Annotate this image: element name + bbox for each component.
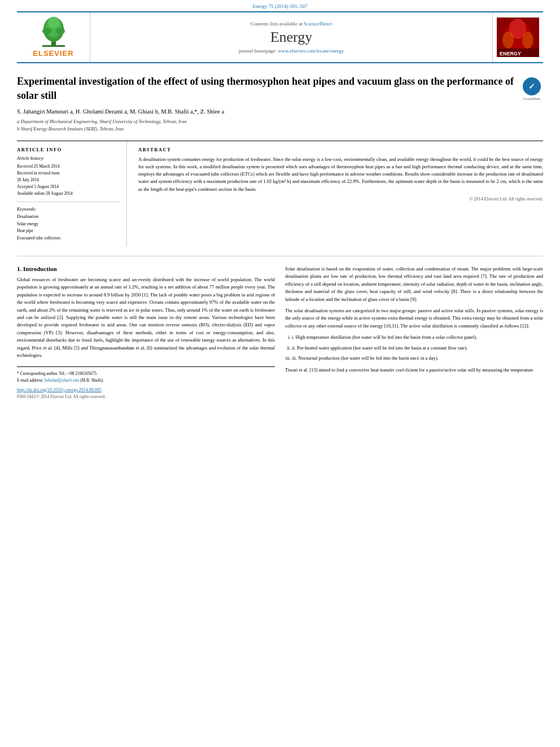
svg-point-12 bbox=[522, 32, 533, 49]
journal-cover: ENERGY bbox=[492, 12, 543, 62]
section-divider bbox=[17, 256, 543, 256]
svg-point-4 bbox=[42, 28, 51, 34]
doi-link[interactable]: http://dx.doi.org/10.1016/j.energy.2014.… bbox=[17, 387, 275, 392]
energy-cover-image: ENERGY bbox=[497, 18, 539, 57]
active-solar-list: i. High temperature distillation (hot wa… bbox=[292, 334, 543, 362]
article-history: Article history: Received 25 March 2014 … bbox=[17, 156, 120, 202]
crossmark-icon: ✓ bbox=[523, 77, 541, 95]
email-person: (M.B. Shafii). bbox=[80, 378, 104, 383]
journal-homepage: journal homepage: www.elsevier.com/locat… bbox=[239, 48, 344, 54]
body-left-col: 1. Introduction Global resources of fres… bbox=[17, 265, 275, 399]
email-label: E-mail address: bbox=[17, 378, 43, 383]
journal-center: Contents lists available at ScienceDirec… bbox=[90, 12, 492, 62]
keyword-solar: Solar energy bbox=[17, 221, 120, 228]
article-info-heading: ARTICLE INFO bbox=[17, 147, 120, 152]
email-link[interactable]: behshad@sharif.edu bbox=[45, 378, 79, 383]
copyright-line: © 2014 Elsevier Ltd. All rights reserved… bbox=[138, 196, 543, 202]
authors-line: S. Jahangiri Mamouri a, H. Gholami Deram… bbox=[17, 108, 543, 115]
journal-volume-info: Energy 75 (2014) 501–507 bbox=[252, 3, 307, 9]
journal-header: ELSEVIER Contents lists available at Sci… bbox=[17, 11, 543, 63]
keyword-etc: Evacuated tube collectors bbox=[17, 235, 120, 242]
history-accepted: Accepted 1 August 2014 bbox=[17, 184, 120, 190]
paper-title: Experimental investigation of the effect… bbox=[17, 75, 515, 103]
right-para-2: The solar desalination systems are categ… bbox=[285, 307, 543, 330]
article-info-abstract-section: ARTICLE INFO Article history: Received 2… bbox=[17, 141, 543, 247]
keyword-desalination: Desalination bbox=[17, 213, 120, 221]
elsevier-logo-section: ELSEVIER bbox=[17, 12, 90, 62]
corresponding-author-text: * Corresponding author. Tel.: +98 216616… bbox=[17, 371, 98, 376]
affiliations: a Department of Mechanical Engineering, … bbox=[17, 118, 543, 133]
intro-paragraph: Global resources of freshwater are becom… bbox=[17, 276, 275, 360]
elsevier-logo: ELSEVIER bbox=[31, 17, 76, 58]
top-bar: Energy 75 (2014) 501–507 bbox=[0, 0, 560, 11]
history-revised-label: Received in revised form bbox=[17, 170, 120, 177]
history-label: Article history: bbox=[17, 156, 120, 161]
main-content: Experimental investigation of the effect… bbox=[0, 63, 560, 410]
history-available: Available online 28 August 2014 bbox=[17, 190, 120, 197]
journal-title: Energy bbox=[270, 29, 313, 46]
crossmark-label: CrossMark bbox=[523, 97, 540, 101]
body-right-col: Solar desalination is based on the evapo… bbox=[285, 265, 543, 399]
svg-text:ENERGY: ENERGY bbox=[500, 51, 521, 56]
email-note: E-mail address: behshad@sharif.edu (M.B.… bbox=[17, 377, 275, 384]
abstract-heading: ABSTRACT bbox=[138, 147, 543, 152]
list-item-1: i. High temperature distillation (hot wa… bbox=[292, 334, 543, 341]
keywords-section: Keywords: Desalination Solar energy Heat… bbox=[17, 207, 120, 242]
svg-point-6 bbox=[48, 17, 59, 28]
svg-point-5 bbox=[56, 28, 65, 34]
affiliation-b: b Sharif Energy Research Institute (SERI… bbox=[17, 125, 543, 133]
contents-line: Contents lists available at ScienceDirec… bbox=[251, 21, 333, 27]
sciencedirect-link[interactable]: ScienceDirect bbox=[304, 21, 332, 27]
svg-rect-1 bbox=[42, 45, 65, 47]
list-item-2: ii. Pre-heated water application (hot wa… bbox=[292, 344, 543, 352]
issn-text: 0360-5442/© 2014 Elsevier Ltd. All right… bbox=[17, 394, 275, 399]
paper-title-section: Experimental investigation of the effect… bbox=[17, 75, 543, 103]
crossmark-section: ✓ CrossMark bbox=[520, 77, 543, 101]
intro-heading: 1. Introduction bbox=[17, 265, 275, 272]
elsevier-label: ELSEVIER bbox=[33, 49, 73, 58]
svg-point-11 bbox=[502, 32, 514, 49]
abstract-section: ABSTRACT A desalination system consumes … bbox=[138, 141, 543, 247]
corresponding-author-note: * Corresponding author. Tel.: +98 216616… bbox=[17, 370, 275, 377]
abstract-text: A desalination system consumes energy fo… bbox=[138, 156, 543, 193]
article-info: ARTICLE INFO Article history: Received 2… bbox=[17, 141, 127, 247]
history-received: Received 25 March 2014 bbox=[17, 163, 120, 170]
cover-graphic: ENERGY bbox=[497, 18, 539, 57]
body-two-col: 1. Introduction Global resources of fres… bbox=[17, 265, 543, 399]
keywords-label: Keywords: bbox=[17, 207, 120, 212]
keyword-heat-pipe: Heat pipe bbox=[17, 228, 120, 235]
list-item-3: iii. Nocturnal production (hot water wil… bbox=[292, 355, 543, 362]
affiliation-a: a Department of Mechanical Engineering, … bbox=[17, 118, 543, 125]
elsevier-tree-icon bbox=[31, 17, 76, 48]
right-para-1: Solar desalination is based on the evapo… bbox=[285, 265, 543, 303]
history-revised-date: 30 July 2014 bbox=[17, 177, 120, 184]
footer-section: * Corresponding author. Tel.: +98 216616… bbox=[17, 366, 275, 399]
homepage-url: www.elsevier.com/locate/energy bbox=[278, 48, 344, 54]
right-para-last: Tiwari et al. [13] aimed to find a conve… bbox=[285, 366, 543, 374]
